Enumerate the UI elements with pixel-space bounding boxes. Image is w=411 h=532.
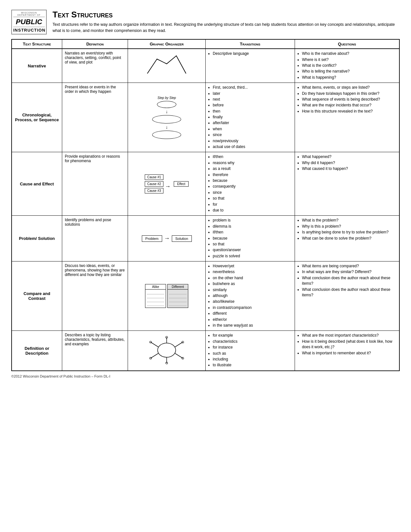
transition-item: so that [213, 241, 292, 247]
svg-line-5 [175, 342, 183, 347]
table-row: Narrative Narrates an event/story with c… [12, 49, 399, 83]
transition-item: such as [213, 351, 292, 356]
transition-item: later [213, 91, 292, 96]
alike-lines [145, 290, 166, 308]
transition-item: to illustrate [213, 362, 292, 368]
transition-item: dilemma is [213, 224, 292, 229]
questions-chronological: What items, events, or steps are listed?… [295, 83, 399, 152]
transitions-problem-solution: problem is dilemma is if/then because so… [205, 216, 295, 261]
causes-column: Cause #1 Cause #2 Cause #3 [145, 174, 163, 193]
question-item: Where is it set? [302, 57, 396, 63]
cc-line [147, 291, 164, 294]
question-item: What is important to remember about it? [302, 350, 396, 356]
transition-item: after/later [213, 120, 292, 126]
definition-compare-contrast: Discuss two ideas, events, or phenomena,… [62, 261, 128, 331]
question-item: What items, events, or steps are listed? [302, 85, 396, 90]
transition-item: However/yet [213, 263, 292, 269]
cc-line [169, 291, 187, 294]
cc-line [169, 303, 187, 306]
compare-contrast-diagram: Alike Different [131, 284, 203, 308]
graphic-problem-solution: Problem → Solution [128, 216, 206, 261]
cc-line [147, 295, 164, 298]
transition-item: next [213, 97, 292, 102]
problem-solution-diagram: Problem → Solution [131, 235, 203, 242]
cc-line [147, 299, 164, 302]
chrono-graphic: Step by Step ↓ ↓ [131, 96, 203, 139]
structure-compare-contrast: Compare and Contrast [12, 261, 62, 331]
question-item: Who is telling the narrative? [302, 69, 396, 74]
cause-box-2: Cause #2 [145, 181, 163, 187]
effect-column: Effect [174, 181, 189, 187]
transition-item: in contrast/comparison [213, 305, 292, 310]
transition-item: on the other hand [213, 275, 292, 281]
question-item: What can be done to solve the problem? [302, 236, 396, 241]
questions-cause-effect: What happened? Why did it happen? What c… [295, 152, 399, 216]
transitions-chronological: First, second, third... later next befor… [205, 83, 295, 152]
graphic-chronological: Step by Step ↓ ↓ [128, 83, 206, 152]
question-item: Is anything being done to try to solve t… [302, 230, 396, 235]
col-header-transitions: Transitions [205, 39, 295, 49]
footer-text: ©2012 Wisconsin Department of Public Ins… [11, 374, 110, 378]
transition-item: also/likewise [213, 299, 292, 304]
definition-definition-description: Describes a topic by listing characteris… [62, 331, 128, 371]
graphic-compare-contrast: Alike Different [128, 261, 206, 331]
table-header-row: Text Structure Definition Graphic Organi… [12, 39, 399, 49]
question-item: In what ways are they similar? Different… [302, 269, 396, 275]
transition-item: consequently [213, 184, 292, 189]
question-item: What are the major incidents that occur? [302, 103, 396, 108]
transition-item: including [213, 357, 292, 362]
cc-columns: Alike Different [131, 284, 203, 308]
definition-chronological: Present ideas or events in the order in … [62, 83, 128, 152]
questions-definition-description: What are the most important characterist… [295, 331, 399, 371]
table-row: Definition or Description Describes a to… [12, 331, 399, 371]
structure-definition-description: Definition or Description [12, 331, 62, 371]
solution-box: Solution [172, 235, 192, 242]
transition-item: actual use of dates [213, 144, 292, 150]
step-ovals: ↓ ↓ [131, 101, 203, 139]
transition-item: either/or [213, 317, 292, 322]
effect-box: Effect [174, 181, 189, 187]
questions-narrative: Who is the narrative about? Where is it … [295, 49, 399, 83]
table-row: Cause and Effect Provide explanations or… [12, 152, 399, 216]
question-item: What conclusion does the author reach ab… [302, 287, 396, 298]
transition-item: First, second, third... [213, 85, 292, 90]
alike-column: Alike [145, 284, 166, 308]
cause-effect-diagram: Cause #1 Cause #2 Cause #3 → Effect [131, 174, 203, 193]
transition-item: if/then [213, 230, 292, 235]
logo-top-text: WISCONSIN DEPARTMENT OF [13, 12, 45, 17]
table-row: Problem/ Solution Identify problems and … [12, 216, 399, 261]
structure-chronological: Chronological, Process, or Sequence [12, 83, 62, 152]
different-header: Different [168, 284, 188, 290]
question-item: How is this structure revealed in the te… [302, 109, 396, 114]
transition-item: for example [213, 333, 292, 338]
question-item: What are the most important characterist… [302, 333, 396, 338]
svg-line-2 [151, 342, 158, 347]
transition-item: finally [213, 114, 292, 120]
transition-item: for instance [213, 345, 292, 350]
transition-item: therefore [213, 172, 292, 178]
transition-item: now/previously [213, 138, 292, 144]
cc-line [169, 299, 187, 302]
svg-line-6 [175, 353, 183, 358]
logo: WISCONSIN DEPARTMENT OF PUBLIC INSTRUCTI… [11, 10, 47, 34]
structure-problem-solution: Problem/ Solution [12, 216, 62, 261]
logo-main-text: PUBLIC [13, 18, 45, 26]
transition-item: Descriptive language [213, 51, 292, 56]
transition-item: when [213, 126, 292, 132]
svg-point-0 [158, 343, 176, 357]
transition-item: because [213, 236, 292, 241]
graphic-cause-effect: Cause #1 Cause #2 Cause #3 → Effect [128, 152, 206, 216]
questions-problem-solution: What is the problem? Why is this a probl… [295, 216, 399, 261]
transitions-definition-description: for example characteristics for instance… [205, 331, 295, 371]
question-item: What is the problem? [302, 218, 396, 223]
question-item: How is it being described (what does it … [302, 339, 396, 350]
transition-item: since [213, 132, 292, 138]
different-lines [168, 290, 188, 308]
structure-narrative: Narrative [12, 49, 62, 83]
transition-item: but/where as [213, 281, 292, 287]
graphic-narrative [128, 49, 206, 83]
graphic-definition-description [128, 331, 206, 371]
cc-line [147, 303, 164, 306]
cc-line [169, 295, 187, 298]
header-text-block: Text Structures Text structures refer to… [53, 10, 400, 34]
